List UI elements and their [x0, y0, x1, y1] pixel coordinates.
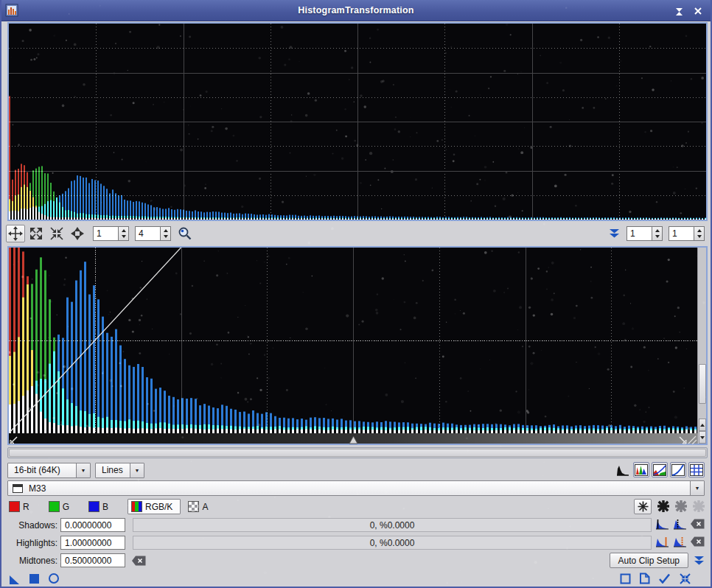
apply-global-circle-icon[interactable] [48, 573, 60, 584]
highlights-clip-count-icon[interactable] [655, 536, 669, 550]
histogram-transformation-window: HistogramTransformation [0, 0, 712, 588]
track-view-check-icon[interactable] [658, 573, 671, 584]
grid-toggle[interactable] [688, 462, 705, 477]
midtones-reset-icon[interactable] [132, 556, 146, 566]
current-view-name: M33 [23, 483, 690, 494]
overview-v-zoom-input[interactable] [669, 226, 694, 241]
channel-rgbk-label: RGB/K [145, 502, 172, 512]
overview-v-zoom-spinbox[interactable] [669, 226, 705, 241]
red-swatch-icon [9, 501, 20, 512]
channel-green-button[interactable]: G [49, 501, 69, 512]
bit-depth-value: 16-bit (64K) [8, 465, 76, 475]
midtones-clip-indicator-icon[interactable] [675, 500, 687, 514]
channel-green-label: G [63, 502, 69, 512]
shadows-clip-count-icon[interactable] [655, 519, 669, 533]
shadows-input[interactable] [60, 518, 125, 532]
fit-view-button[interactable] [68, 225, 87, 242]
zoom-magnifier-button[interactable] [175, 225, 195, 242]
plot-style-value: Lines [96, 465, 130, 475]
overview-section-chevron-icon[interactable] [609, 228, 620, 239]
scroll-up-button[interactable] [699, 419, 706, 431]
midtones-slider-handle[interactable] [349, 434, 358, 447]
spin-buttons[interactable] [694, 226, 705, 241]
chevron-down-icon[interactable]: ▼ [690, 481, 704, 495]
shade-window-button[interactable] [672, 5, 685, 17]
channel-alpha-label: A [202, 502, 208, 512]
pan-mode-button[interactable] [6, 225, 25, 242]
plot-style-combo[interactable]: Lines ▼ [95, 463, 144, 478]
histogram-main-panel[interactable] [7, 246, 708, 445]
channel-rgbk-button[interactable]: RGB/K [128, 499, 181, 514]
section-chevron-icon[interactable] [694, 556, 705, 566]
auto-clip-setup-label: Auto Clip Setup [618, 556, 680, 566]
bit-depth-combo[interactable]: 16-bit (64K) ▼ [7, 463, 91, 478]
scroll-down-button[interactable] [699, 431, 706, 444]
vertical-scrollbar[interactable] [697, 248, 706, 444]
channel-red-button[interactable]: R [9, 501, 29, 512]
spin-buttons[interactable] [118, 226, 129, 241]
transfer-curve-toggle[interactable] [670, 462, 686, 477]
highlights-reset-icon[interactable] [691, 536, 705, 550]
horizontal-scrollbar-thumb[interactable] [9, 449, 706, 457]
color-curve-toggle[interactable] [652, 462, 668, 477]
resize-grip-icon[interactable] [688, 434, 697, 447]
new-instance-triangle-icon[interactable] [8, 573, 21, 585]
horizontal-zoom-spinbox[interactable] [93, 226, 129, 241]
shadows-auto-clip-icon[interactable] [673, 519, 687, 533]
horizontal-scrollbar[interactable] [7, 447, 708, 458]
shadows-reset-icon[interactable] [691, 519, 705, 532]
process-bottom-bar [1, 570, 711, 587]
auto-clip-setup-button[interactable]: Auto Clip Setup [610, 553, 688, 568]
vertical-zoom-spinbox[interactable] [135, 226, 171, 241]
highlights-auto-clip-icon[interactable] [673, 536, 687, 550]
blue-swatch-icon [88, 501, 100, 512]
overview-h-zoom-spinbox[interactable] [627, 226, 663, 241]
title-bar[interactable]: HistogramTransformation [0, 0, 712, 21]
highlights-clip-indicator-icon[interactable] [693, 500, 705, 514]
zoom-extents-button[interactable] [27, 225, 46, 242]
mono-histogram-toggle[interactable] [615, 462, 631, 477]
channel-blue-button[interactable]: B [88, 501, 108, 512]
browse-documentation-icon[interactable] [639, 573, 650, 584]
midtones-input[interactable] [60, 553, 125, 567]
reset-contract-icon[interactable] [679, 573, 691, 585]
green-swatch-icon [49, 501, 60, 512]
color-histogram-toggle[interactable] [633, 462, 649, 477]
channel-alpha-button[interactable]: A [188, 501, 208, 512]
shadows-clip-indicator-icon[interactable] [657, 500, 669, 514]
close-icon[interactable] [691, 5, 705, 17]
highlights-input[interactable] [60, 536, 125, 550]
chevron-down-icon[interactable]: ▼ [130, 463, 144, 477]
raw-rgb-toggle-button[interactable] [634, 499, 652, 514]
vertical-scrollbar-thumb[interactable] [699, 364, 706, 404]
rgb-swatch-icon [131, 501, 142, 512]
view-selector-row: M33 ▼ [1, 480, 711, 496]
histogram-overview-canvas[interactable] [9, 24, 706, 220]
apply-square-icon[interactable] [29, 573, 40, 584]
horizontal-zoom-input[interactable] [93, 226, 118, 241]
zoom-contract-button[interactable] [47, 225, 66, 242]
highlights-readout: 0, %0.0000 [133, 536, 652, 550]
image-window-icon [13, 484, 23, 493]
shadows-readout: 0, %0.0000 [133, 518, 652, 532]
shadows-row: Shadows: 0, %0.0000 [1, 517, 711, 533]
midtones-row: Midtones: Auto Clip Setup [1, 553, 711, 568]
view-selector-combo[interactable]: M33 ▼ [7, 480, 705, 496]
shadows-slider-handle[interactable] [10, 434, 18, 447]
midtones-label: Midtones: [1, 556, 60, 566]
channel-red-label: R [23, 502, 29, 512]
vertical-zoom-input[interactable] [135, 226, 160, 241]
spin-buttons[interactable] [652, 226, 663, 241]
edit-instance-square-icon[interactable] [620, 573, 631, 584]
histogram-main-canvas[interactable] [9, 248, 697, 433]
overview-h-zoom-input[interactable] [627, 226, 652, 241]
highlights-label: Highlights: [1, 538, 60, 548]
chevron-down-icon[interactable]: ▼ [76, 463, 90, 477]
histogram-overview-panel[interactable] [7, 22, 708, 221]
highlights-slider-handle[interactable] [678, 434, 687, 447]
highlights-row: Highlights: 0, %0.0000 [1, 535, 711, 550]
shadows-label: Shadows: [1, 520, 60, 531]
histogram-slider-strip[interactable] [9, 433, 697, 444]
zoom-toolbar [1, 223, 711, 245]
spin-buttons[interactable] [160, 226, 171, 241]
